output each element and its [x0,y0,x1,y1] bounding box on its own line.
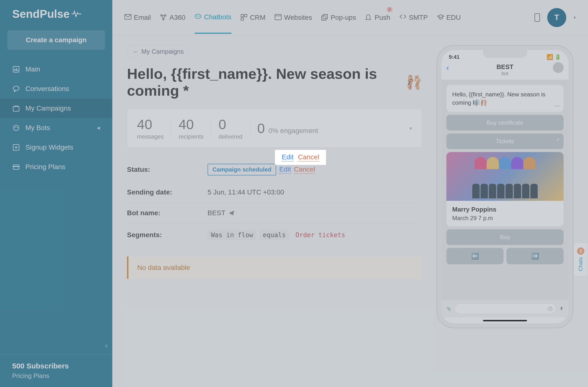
phone-time: 9:41 [449,54,460,60]
nav-label: My Campaigns [25,104,71,112]
arrow-left-icon: ← [133,48,139,55]
nav-label: Main [25,65,40,73]
topnav-label: CRM [250,14,266,21]
svg-point-15 [163,19,164,20]
chevron-left-icon: ◀ [97,125,100,131]
nav-label: My Bots [25,124,50,132]
phone-back-icon[interactable]: ‹ [446,63,449,72]
page-title: Hello, {{first_name}}. New season is com… [127,65,422,99]
edu-icon [437,14,444,21]
prev-button[interactable]: ⬅️ [446,248,504,264]
svg-rect-21 [241,18,243,20]
nav-label: Signup Widgets [25,143,73,151]
chats-count-badge: 3 [577,247,584,255]
svg-rect-19 [241,14,243,17]
edit-link[interactable]: Edit [279,165,291,174]
sidebar-item-conversations[interactable]: Conversations [0,79,112,98]
topnav-crm[interactable]: CRM [241,2,266,33]
chat-icon [12,85,20,93]
phone-chat-subtitle: bot [446,71,564,76]
phone-chat-avatar[interactable] [553,62,564,73]
status-badge: Campaign scheduled [208,164,276,175]
stat-messages: 40 messages [137,116,171,140]
phone-signal-icons: 📶 🔋 [546,54,561,60]
topnav-websites[interactable]: Websites [275,2,312,33]
next-button[interactable]: ➡️ [506,248,564,264]
sidebar-collapse-button[interactable]: ‹ [105,342,112,349]
segments-label: Segments: [127,231,208,239]
mic-icon[interactable]: 🎙 [560,307,564,311]
segment-value: Order tickets [292,230,349,240]
phone-preview: 9:41 📶 🔋 ‹ BEST bot Hello, {{first_name}… [437,45,573,328]
stats-dropdown[interactable]: ▾ [410,125,412,131]
sending-value: 5 Jun, 11:44 UTC +03:00 [208,188,284,196]
tickets-button[interactable]: Tickets ↗ [446,134,564,149]
create-campaign-button[interactable]: Create a campaign [7,30,105,50]
nav-label: Pricing Plans [25,163,65,171]
svg-rect-10 [13,165,19,169]
topnav-label: Pop-ups [331,14,356,21]
svg-rect-24 [322,16,326,20]
brand-name: SendPulse [12,7,70,20]
sidebar-item-widgets[interactable]: Signup Widgets [0,138,112,157]
mobile-icon[interactable] [535,13,540,22]
topnav-email[interactable]: Email [125,2,151,33]
sidebar-item-bots[interactable]: My Bots ◀ [0,118,112,138]
message-card: Marry Poppins March 29 7 p.m [446,152,564,226]
sidebar-item-pricing[interactable]: Pricing Plans [0,157,112,177]
breadcrumb[interactable]: ← My Campaigns [127,45,189,58]
brand-logo[interactable]: SendPulse [0,7,112,30]
plan-link[interactable]: Pricing Plans [12,372,100,380]
nav-label: Conversations [25,85,69,93]
stat-engagement: 0 0% engagement [250,120,326,136]
topnav-edu[interactable]: EDU [437,2,461,33]
phone-input-bar: 📎 🕐 🎙 [441,300,568,317]
svg-point-4 [13,86,19,91]
svg-rect-22 [275,14,281,20]
topnav-push[interactable]: Push β [365,2,390,33]
phone-message-input[interactable]: 🕐 [455,303,556,314]
sidebar-footer: 500 Subscribers Pricing Plans [0,354,112,380]
svg-rect-2 [16,68,17,71]
breadcrumb-label: My Campaigns [141,48,184,55]
topnav-label: A360 [169,14,185,21]
topnav-popups[interactable]: Pop-ups [321,2,356,33]
sidebar-item-main[interactable]: Main [0,59,112,79]
detail-segments-row: Segments: Was in flow equals Order ticke… [127,224,422,247]
phone-header: ‹ BEST bot [441,61,568,80]
sending-label: Sending date: [127,188,208,196]
message-menu-icon[interactable]: — [554,102,560,110]
topnav-a360[interactable]: A360 [160,2,185,33]
svg-rect-26 [535,14,540,21]
buy-button[interactable]: Buy [446,229,564,245]
telegram-icon [228,210,235,216]
send-icon [12,104,20,112]
svg-point-18 [199,16,200,17]
attachment-icon[interactable]: 📎 [446,307,451,311]
svg-rect-25 [323,14,327,19]
sidebar-item-campaigns[interactable]: My Campaigns [0,98,112,118]
topnav-label: SMTP [409,14,428,21]
chevron-down-icon[interactable]: ▾ [574,15,576,20]
bell-icon [365,14,372,21]
cancel-link[interactable]: Cancel [294,165,315,174]
topnav-chatbots[interactable]: Chatbots [195,1,231,34]
buy-certificate-button[interactable]: Buy certificate [446,115,564,131]
svg-point-17 [197,16,198,17]
subscriber-count: 500 Subscribers [12,362,100,370]
beta-badge: β [387,7,393,12]
card-image [446,152,564,201]
network-icon [160,14,167,21]
chats-side-tab[interactable]: 3 Chats [573,242,588,276]
svg-point-7 [15,127,16,128]
pricing-icon [12,163,20,171]
user-avatar[interactable]: T [547,8,566,27]
segment-field: Was in flow [208,230,256,240]
segment-operator: equals [259,230,289,240]
topnav-smtp[interactable]: SMTP [399,2,428,33]
phone-chat-body: Hello, {{first_name}}. New season is com… [441,80,568,300]
svg-point-6 [13,125,19,131]
detail-status-row: Status: Campaign scheduled Edit Cancel [127,157,422,182]
topnav-label: Chatbots [204,13,231,21]
stats-card: 40 messages 40 recipients 0 delivered 0 … [127,109,422,148]
